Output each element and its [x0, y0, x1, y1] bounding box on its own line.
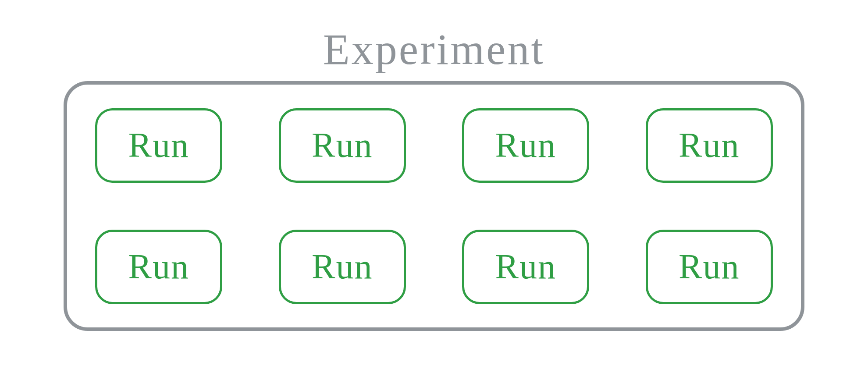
run-label: Run — [128, 125, 189, 165]
experiment-title: Experiment — [323, 24, 545, 75]
run-box: Run — [646, 230, 773, 304]
run-label: Run — [679, 125, 740, 165]
run-label: Run — [312, 125, 373, 165]
run-box: Run — [95, 230, 222, 304]
run-box: Run — [462, 230, 589, 304]
run-box: Run — [95, 108, 222, 183]
run-label: Run — [312, 247, 373, 287]
run-box: Run — [462, 108, 589, 183]
run-box: Run — [646, 108, 773, 183]
run-box: Run — [279, 230, 406, 304]
run-label: Run — [128, 247, 189, 287]
run-label: Run — [679, 247, 740, 287]
run-box: Run — [279, 108, 406, 183]
run-label: Run — [495, 247, 556, 287]
experiment-container: Run Run Run Run Run Run Run Run — [64, 81, 804, 331]
run-label: Run — [495, 125, 556, 165]
